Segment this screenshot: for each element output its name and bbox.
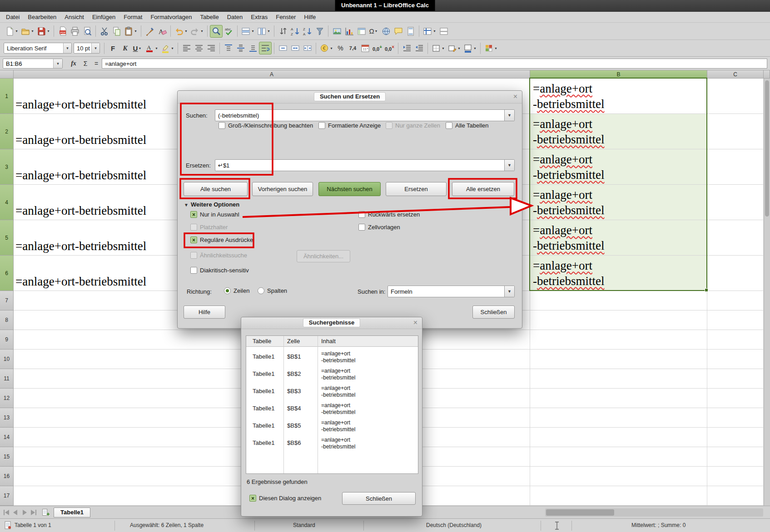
- replace-backwards-checkbox[interactable]: Rückwärts ersetzen: [358, 211, 420, 218]
- page-style-status[interactable]: Standard: [293, 522, 315, 528]
- insert-sheet-button[interactable]: [41, 508, 50, 517]
- selection-aggregates-status[interactable]: Mittelwert: ; Summe: 0: [631, 522, 686, 528]
- sheet-tab-tabelle1[interactable]: Tabelle1: [54, 507, 90, 517]
- chevron-down-icon[interactable]: ▼: [504, 286, 514, 297]
- cell-C5[interactable]: [707, 220, 764, 256]
- all-sheets-checkbox[interactable]: Alle Tabellen: [446, 122, 488, 129]
- direction-rows-radio[interactable]: Zeilen: [224, 287, 249, 294]
- results-close-button[interactable]: Schließen: [342, 492, 416, 505]
- cell-B8[interactable]: [530, 310, 707, 330]
- cell-B6[interactable]: =anlage+ort-betriebsmittel: [530, 256, 707, 291]
- search-input[interactable]: (-betriebsmittel) ▼: [215, 109, 515, 121]
- find-next-button[interactable]: Nächsten suchen: [318, 182, 381, 196]
- language-status[interactable]: Deutsch (Deutschland): [426, 522, 482, 528]
- horizontal-scrollbar-thumb[interactable]: [546, 509, 614, 516]
- cell-C12[interactable]: [707, 389, 764, 408]
- row-header-2[interactable]: 2: [0, 114, 14, 149]
- row-header-8[interactable]: 8: [0, 310, 14, 330]
- row-header-6[interactable]: 6: [0, 256, 14, 291]
- regular-expressions-checkbox[interactable]: Reguläre Ausdrücke: [190, 236, 253, 243]
- cell-C9[interactable]: [707, 330, 764, 350]
- selection-status[interactable]: Ausgewählt: 6 Zeilen, 1 Spalte: [130, 522, 204, 528]
- cell-C11[interactable]: [707, 369, 764, 389]
- more-options-expander[interactable]: ▼Weitere Optionen: [184, 201, 239, 208]
- search-in-dropdown[interactable]: Formeln ▼: [387, 286, 515, 297]
- cell-B4[interactable]: =anlage+ort-betriebsmittel: [530, 185, 707, 220]
- replace-all-button[interactable]: Alle ersetzen: [452, 182, 514, 196]
- cell-C6[interactable]: [707, 256, 764, 291]
- cell-C1[interactable]: [707, 79, 764, 114]
- cell-B15[interactable]: [530, 447, 707, 467]
- replace-history-dropdown[interactable]: ▼: [504, 160, 514, 171]
- cell-B7[interactable]: [530, 291, 707, 310]
- formatted-display-checkbox[interactable]: Formatierte Anzeige: [318, 122, 381, 129]
- next-sheet-button[interactable]: [20, 508, 29, 517]
- close-button[interactable]: Schließen: [472, 305, 515, 319]
- close-icon[interactable]: ×: [513, 93, 517, 101]
- cell-C3[interactable]: [707, 149, 764, 185]
- search-history-dropdown[interactable]: ▼: [504, 110, 514, 121]
- row-header-17[interactable]: 17: [0, 486, 14, 506]
- replace-input[interactable]: ↵$1 ▼: [215, 159, 515, 171]
- row-header-13[interactable]: 13: [0, 408, 14, 428]
- row-header-3[interactable]: 3: [0, 149, 14, 185]
- replace-button[interactable]: Ersetzen: [386, 182, 447, 196]
- cell-C2[interactable]: [707, 114, 764, 149]
- cell-C7[interactable]: [707, 291, 764, 310]
- cell-C8[interactable]: [707, 310, 764, 330]
- previous-sheet-button[interactable]: [11, 508, 20, 517]
- last-sheet-button[interactable]: [29, 508, 38, 517]
- show-dialog-checkbox[interactable]: Diesen Dialog anzeigen: [249, 495, 321, 502]
- cell-B13[interactable]: [530, 408, 707, 428]
- cell-C13[interactable]: [707, 408, 764, 428]
- cell-C4[interactable]: [707, 185, 764, 220]
- selection-fill-handle[interactable]: [705, 288, 708, 292]
- match-case-checkbox[interactable]: Groß-/Kleinschreibung beachten: [219, 122, 313, 129]
- cell-C14[interactable]: [707, 428, 764, 447]
- cell-B14[interactable]: [530, 428, 707, 447]
- cell-C16[interactable]: [707, 467, 764, 486]
- grid-corner-box[interactable]: [0, 70, 14, 79]
- vertical-scrollbar[interactable]: [764, 79, 770, 506]
- cell-B17[interactable]: [530, 486, 707, 506]
- cell-B12[interactable]: [530, 389, 707, 408]
- column-header-A[interactable]: A: [14, 70, 530, 79]
- row-header-16[interactable]: 16: [0, 467, 14, 486]
- cell-C15[interactable]: [707, 447, 764, 467]
- row-header-5[interactable]: 5: [0, 220, 14, 256]
- row-header-1[interactable]: 1: [0, 79, 14, 114]
- cell-B5[interactable]: =anlage+ort-betriebsmittel: [530, 220, 707, 256]
- cell-B10[interactable]: [530, 350, 707, 369]
- row-header-9[interactable]: 9: [0, 330, 14, 350]
- cell-B1[interactable]: =anlage+ort-betriebsmittel: [530, 79, 707, 114]
- horizontal-scrollbar[interactable]: [545, 508, 763, 517]
- diacritic-sensitive-checkbox[interactable]: Diakritisch-sensitiv: [190, 267, 249, 274]
- close-icon[interactable]: ×: [413, 319, 417, 327]
- column-header-B[interactable]: B: [530, 70, 707, 79]
- cell-B11[interactable]: [530, 369, 707, 389]
- row-header-11[interactable]: 11: [0, 369, 14, 389]
- vertical-scrollbar-thumb[interactable]: [765, 80, 769, 217]
- column-header-inhalt[interactable]: Inhalt: [321, 338, 336, 345]
- find-all-button[interactable]: Alle suchen: [184, 182, 248, 196]
- row-header-15[interactable]: 15: [0, 447, 14, 467]
- row-header-14[interactable]: 14: [0, 428, 14, 447]
- cell-B9[interactable]: [530, 330, 707, 350]
- cell-C17[interactable]: [707, 486, 764, 506]
- row-header-4[interactable]: 4: [0, 185, 14, 220]
- row-header-12[interactable]: 12: [0, 389, 14, 408]
- column-header-tabelle[interactable]: Tabelle: [253, 338, 271, 345]
- row-header-7[interactable]: 7: [0, 291, 14, 310]
- find-previous-button[interactable]: Vorherigen suchen: [252, 182, 313, 196]
- find-replace-dialog-titlebar[interactable]: Suchen und Ersetzen ×: [178, 91, 522, 103]
- cell-B2[interactable]: =anlage+ort-betriebsmittel: [530, 114, 707, 149]
- cell-B16[interactable]: [530, 467, 707, 486]
- first-sheet-button[interactable]: [2, 508, 11, 517]
- help-button[interactable]: Hilfe: [184, 305, 225, 319]
- direction-columns-radio[interactable]: Spalten: [258, 287, 287, 294]
- column-header-zelle[interactable]: Zelle: [287, 338, 300, 345]
- row-header-10[interactable]: 10: [0, 350, 14, 369]
- cell-B3[interactable]: =anlage+ort-betriebsmittel: [530, 149, 707, 185]
- search-results-dialog-titlebar[interactable]: Suchergebnisse ×: [241, 317, 422, 329]
- cell-styles-checkbox[interactable]: Zellvorlagen: [358, 224, 400, 231]
